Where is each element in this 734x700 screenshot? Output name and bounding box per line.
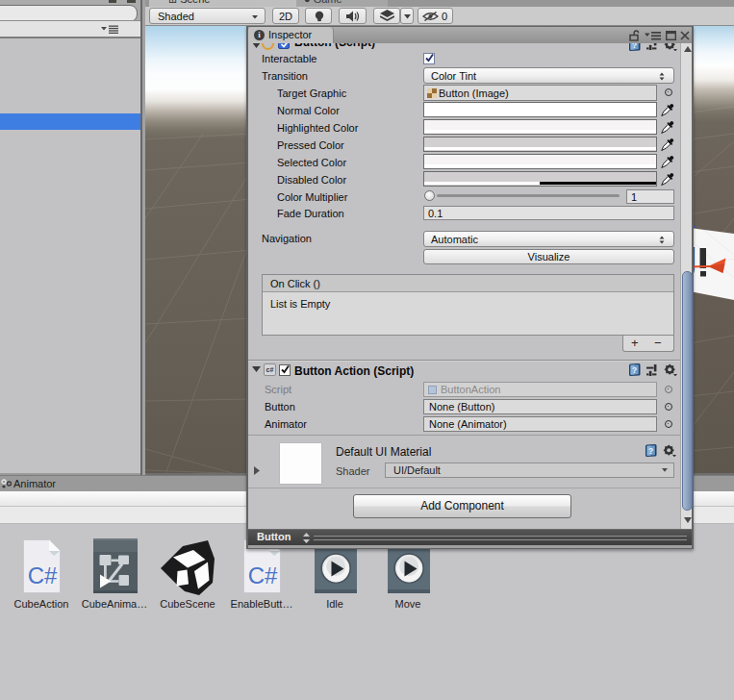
- svg-text:C#: C#: [248, 562, 278, 588]
- svg-text:C#: C#: [28, 562, 58, 588]
